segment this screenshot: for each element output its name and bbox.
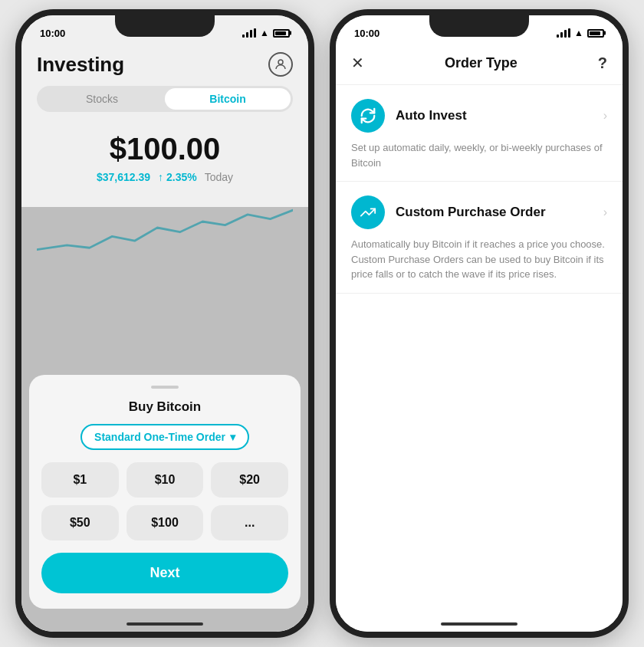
tab-switcher: Stocks Bitcoin <box>37 86 293 112</box>
auto-invest-chevron: › <box>603 109 607 123</box>
status-icons-right: ▲ <box>557 28 604 38</box>
wifi-icon: ▲ <box>260 28 269 38</box>
amount-20[interactable]: $20 <box>211 462 288 498</box>
app-title: Investing <box>37 53 124 77</box>
bottom-sheet: Buy Bitcoin Standard One-Time Order ▾ $1… <box>29 375 301 609</box>
signal-icon <box>242 28 256 38</box>
status-icons-left: ▲ <box>242 28 290 38</box>
price-section: $100.00 $37,612.39 ↑ 2.35% Today <box>21 124 308 191</box>
sheet-title: Buy Bitcoin <box>41 399 288 415</box>
notch-right <box>429 15 529 37</box>
amount-more[interactable]: ... <box>211 505 288 540</box>
auto-invest-icon <box>351 99 385 133</box>
amount-10[interactable]: $10 <box>127 462 204 498</box>
notch <box>115 15 215 37</box>
tab-bitcoin[interactable]: Bitcoin <box>165 88 291 110</box>
btc-price: $37,612.39 <box>97 171 150 183</box>
close-button[interactable]: ✕ <box>351 54 364 72</box>
home-indicator-left <box>127 622 203 626</box>
battery-icon <box>273 29 290 38</box>
signal-icon-right <box>557 28 570 38</box>
battery-icon-right <box>587 29 604 38</box>
dropdown-arrow: ▾ <box>230 431 235 443</box>
auto-invest-left: Auto Invest <box>351 99 467 133</box>
amount-100[interactable]: $100 <box>127 505 204 540</box>
left-phone: 10:00 ▲ Investing Stoc <box>15 9 314 638</box>
svg-point-0 <box>278 60 283 64</box>
price-change: ↑ 2.35% <box>158 171 197 183</box>
today-label: Today <box>205 171 233 183</box>
custom-purchase-label: Custom Purchase Order <box>396 205 546 220</box>
custom-purchase-icon <box>351 195 385 229</box>
order-type-label: Standard One-Time Order <box>94 431 225 443</box>
next-button[interactable]: Next <box>41 553 288 593</box>
sheet-handle <box>151 386 179 389</box>
custom-purchase-left: Custom Purchase Order <box>351 195 546 229</box>
custom-purchase-item[interactable]: Custom Purchase Order › Automatically bu… <box>336 182 623 294</box>
price-meta: $37,612.39 ↑ 2.35% Today <box>37 171 293 183</box>
amount-1[interactable]: $1 <box>41 462 119 498</box>
auto-invest-label: Auto Invest <box>396 108 467 123</box>
app-header: Investing <box>21 46 308 86</box>
header-title: Order Type <box>445 55 518 71</box>
custom-purchase-chevron: › <box>603 205 607 219</box>
profile-button[interactable] <box>268 52 293 77</box>
auto-invest-item[interactable]: Auto Invest › Set up automatic daily, we… <box>336 85 623 182</box>
order-type-pill[interactable]: Standard One-Time Order ▾ <box>80 424 249 450</box>
time-left: 10:00 <box>40 28 65 39</box>
home-indicator-right <box>441 622 518 626</box>
auto-invest-row: Auto Invest › <box>351 99 607 133</box>
amount-50[interactable]: $50 <box>41 505 119 540</box>
help-button[interactable]: ? <box>598 54 607 72</box>
time-right: 10:00 <box>354 28 380 39</box>
order-type-header: ✕ Order Type ? <box>336 46 623 85</box>
custom-purchase-description: Automatically buy Bitcoin if it reaches … <box>351 237 607 282</box>
right-phone: 10:00 ▲ ✕ Order Type ? <box>330 9 629 638</box>
main-price: $100.00 <box>37 132 293 166</box>
auto-invest-description: Set up automatic daily, weekly, or bi-we… <box>351 140 607 170</box>
custom-purchase-row: Custom Purchase Order › <box>351 195 607 229</box>
wifi-icon-right: ▲ <box>574 28 583 38</box>
tab-stocks[interactable]: Stocks <box>39 88 165 110</box>
amount-grid: $1 $10 $20 $50 $100 ... <box>41 462 288 540</box>
